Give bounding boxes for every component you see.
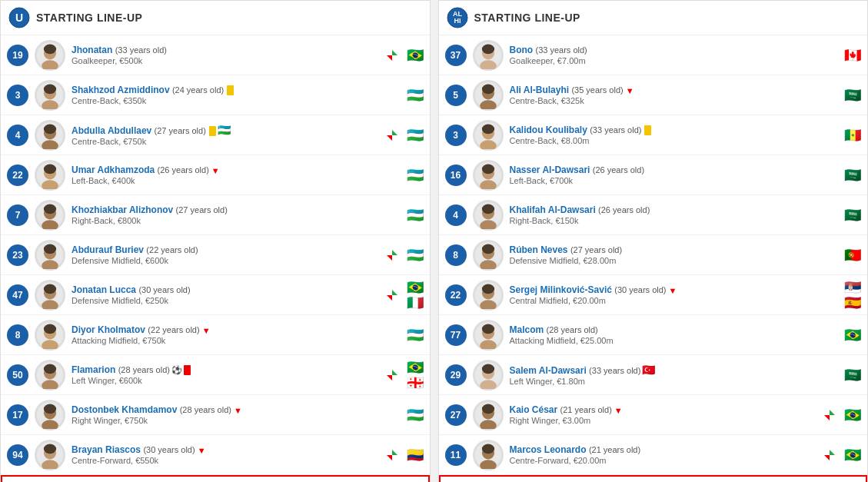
team2-panel: AL HI STARTING LINE-UP 37 Bono (33 years… bbox=[438, 0, 869, 482]
player-row[interactable]: 50 Flamarion (28 years old)⚽ Left Winger… bbox=[1, 355, 430, 395]
player-flags: 🇺🇿 bbox=[407, 128, 424, 142]
player-name[interactable]: Nasser Al-Dawsari bbox=[510, 165, 590, 175]
player-name[interactable]: Marcos Leonardo bbox=[510, 444, 587, 455]
player-age: (22 years old) bbox=[146, 245, 198, 254]
player-name[interactable]: Abdulla Abdullaev bbox=[72, 125, 151, 136]
player-avatar bbox=[35, 120, 65, 151]
player-info: Marcos Leonardo (21 years old) Centre-Fo… bbox=[510, 444, 823, 465]
svg-point-38 bbox=[44, 284, 56, 294]
team2-header: AL HI STARTING LINE-UP bbox=[439, 1, 868, 35]
player-age: (33 years old) bbox=[115, 45, 167, 55]
player-name[interactable]: Salem Al-Dawsari bbox=[510, 365, 587, 376]
player-row[interactable]: 22 Sergej Milinković-Savić (30 years old… bbox=[439, 275, 868, 315]
player-row[interactable]: 3 Shakhzod Azmiddinov (24 years old) Cen… bbox=[1, 75, 430, 115]
flag-icon: 🇵🇹 bbox=[844, 248, 861, 262]
main-container: U STARTING LINE-UP 19 Jhonatan (33 years… bbox=[0, 0, 868, 482]
player-name[interactable]: Khozhiakbar Alizhonov bbox=[72, 204, 173, 215]
player-number: 94 bbox=[7, 444, 28, 466]
svg-marker-63 bbox=[387, 455, 392, 460]
player-position-value: Goalkeeper, €500k bbox=[72, 56, 385, 65]
substitution-icon bbox=[823, 408, 836, 422]
player-avatar bbox=[473, 280, 504, 311]
player-action-icons: 🇧🇷 bbox=[823, 448, 861, 462]
player-age: (26 years old) bbox=[593, 165, 644, 175]
player-row[interactable]: 94 Brayan Riascos (30 years old)▼ Centre… bbox=[1, 435, 430, 475]
player-flags: 🇸🇦 bbox=[844, 168, 861, 182]
player-number: 4 bbox=[445, 204, 467, 226]
player-row[interactable]: 3 Kalidou Koulibaly (33 years old) Centr… bbox=[439, 115, 868, 155]
player-name[interactable]: Umar Adkhamzoda bbox=[72, 165, 155, 175]
flag-icon: 🇧🇷 bbox=[407, 48, 424, 62]
player-row[interactable]: 16 Nasser Al-Dawsari (26 years old) Left… bbox=[439, 155, 868, 195]
player-name[interactable]: Ali Al-Bulayhi bbox=[510, 85, 570, 95]
player-info: Dostonbek Khamdamov (28 years old)▼ Righ… bbox=[72, 404, 402, 425]
player-row[interactable]: 27 Kaio César (21 years old)▼ Right Wing… bbox=[439, 395, 868, 435]
player-position-value: Central Midfield, €20.00m bbox=[510, 296, 840, 305]
player-name[interactable]: Diyor Kholmatov bbox=[72, 324, 145, 335]
player-age: (30 years old) bbox=[614, 285, 666, 294]
player-name[interactable]: Dostonbek Khamdamov bbox=[72, 404, 177, 415]
player-name[interactable]: Malcom bbox=[510, 324, 544, 335]
player-row[interactable]: 29 Salem Al-Dawsari (33 years old)🇹🇷 Lef… bbox=[439, 355, 868, 395]
substitution-icon bbox=[385, 448, 399, 462]
player-name[interactable]: Jonatan Lucca bbox=[72, 284, 136, 295]
svg-point-94 bbox=[481, 284, 494, 294]
team1-panel: U STARTING LINE-UP 19 Jhonatan (33 years… bbox=[0, 0, 431, 482]
player-row[interactable]: 17 Dostonbek Khamdamov (28 years old)▼ R… bbox=[1, 395, 430, 435]
player-row[interactable]: 23 Abdurauf Buriev (22 years old) Defens… bbox=[1, 235, 430, 275]
player-name-line: Kalidou Koulibaly (33 years old) bbox=[510, 125, 840, 135]
player-name-line: Jonatan Lucca (30 years old) bbox=[72, 284, 385, 295]
player-row[interactable]: 5 Ali Al-Bulayhi (35 years old)▼ Centre-… bbox=[439, 75, 868, 115]
player-position-value: Right-Back, €800k bbox=[72, 216, 402, 225]
player-row[interactable]: 4 Khalifah Al-Dawsari (26 years old) Rig… bbox=[439, 195, 868, 235]
player-row[interactable]: 8 Rúben Neves (27 years old) Defensive M… bbox=[439, 235, 868, 275]
player-name[interactable]: Shakhzod Azmiddinov bbox=[72, 85, 170, 95]
player-row[interactable]: 8 Diyor Kholmatov (22 years old)▼ Attack… bbox=[1, 315, 430, 355]
player-row[interactable]: 4 Abdulla Abdullaev (27 years old)🇺🇿 Cen… bbox=[1, 115, 430, 155]
player-age: (24 years old) bbox=[172, 85, 224, 95]
player-action-icons: 🇺🇿 bbox=[402, 88, 424, 102]
team2-footer-stats: Foreigners: 7 (63.6%) Avg. age: 28.9 Pur… bbox=[439, 475, 868, 482]
player-row[interactable]: 37 Bono (33 years old) Goalkeeper, €7.00… bbox=[439, 35, 868, 75]
player-row[interactable]: 11 Marcos Leonardo (21 years old) Centre… bbox=[439, 435, 868, 475]
player-position-value: Left Winger, €600k bbox=[72, 376, 385, 385]
flag-icon: 🇺🇿 bbox=[407, 208, 424, 222]
red-arrow-icon: ▼ bbox=[202, 326, 211, 335]
player-name[interactable]: Rúben Neves bbox=[510, 244, 568, 255]
player-row[interactable]: 19 Jhonatan (33 years old) Goalkeeper, €… bbox=[1, 35, 430, 75]
player-avatar bbox=[35, 440, 65, 470]
extra-flag-icon: 🇺🇿 bbox=[218, 124, 231, 136]
player-name[interactable]: Brayan Riascos bbox=[72, 444, 141, 455]
player-row[interactable]: 22 Umar Adkhamzoda (26 years old)▼ Left-… bbox=[1, 155, 430, 195]
svg-point-78 bbox=[481, 124, 494, 134]
flag-icon: 🇺🇿 bbox=[407, 408, 424, 422]
player-name[interactable]: Kaio César bbox=[510, 404, 558, 415]
player-row[interactable]: 47 Jonatan Lucca (30 years old) Defensiv… bbox=[1, 275, 430, 315]
svg-point-102 bbox=[481, 364, 494, 374]
player-row[interactable]: 77 Malcom (28 years old) Attacking Midfi… bbox=[439, 315, 868, 355]
player-flags: 🇧🇷 bbox=[844, 448, 861, 462]
player-number: 3 bbox=[7, 85, 28, 106]
svg-marker-116 bbox=[824, 455, 830, 460]
flag-icon: 🇧🇷 bbox=[407, 361, 424, 374]
player-row[interactable]: 7 Khozhiakbar Alizhonov (27 years old) R… bbox=[1, 195, 430, 235]
player-avatar bbox=[35, 280, 65, 311]
player-name[interactable]: Flamarion bbox=[72, 364, 115, 375]
player-age: (28 years old) bbox=[118, 365, 170, 374]
player-info: Khozhiakbar Alizhonov (27 years old) Rig… bbox=[72, 204, 402, 225]
player-name[interactable]: Jhonatan bbox=[72, 45, 112, 55]
player-name[interactable]: Kalidou Koulibaly bbox=[510, 125, 587, 135]
player-age: (30 years old) bbox=[143, 445, 195, 454]
svg-text:U: U bbox=[15, 12, 23, 24]
player-info: Jonatan Lucca (30 years old) Defensive M… bbox=[72, 284, 385, 305]
svg-marker-108 bbox=[830, 410, 835, 415]
player-name-line: Nasser Al-Dawsari (26 years old) bbox=[510, 165, 840, 175]
flag-icon: 🇨🇴 bbox=[407, 448, 424, 462]
player-name[interactable]: Sergej Milinković-Savić bbox=[510, 284, 612, 295]
player-name[interactable]: Bono bbox=[510, 45, 534, 55]
player-name[interactable]: Khalifah Al-Dawsari bbox=[510, 204, 596, 215]
player-name-line: Dostonbek Khamdamov (28 years old)▼ bbox=[72, 404, 402, 415]
player-name-line: Salem Al-Dawsari (33 years old)🇹🇷 bbox=[510, 364, 840, 376]
player-name[interactable]: Abdurauf Buriev bbox=[72, 244, 144, 255]
svg-marker-62 bbox=[392, 450, 397, 455]
